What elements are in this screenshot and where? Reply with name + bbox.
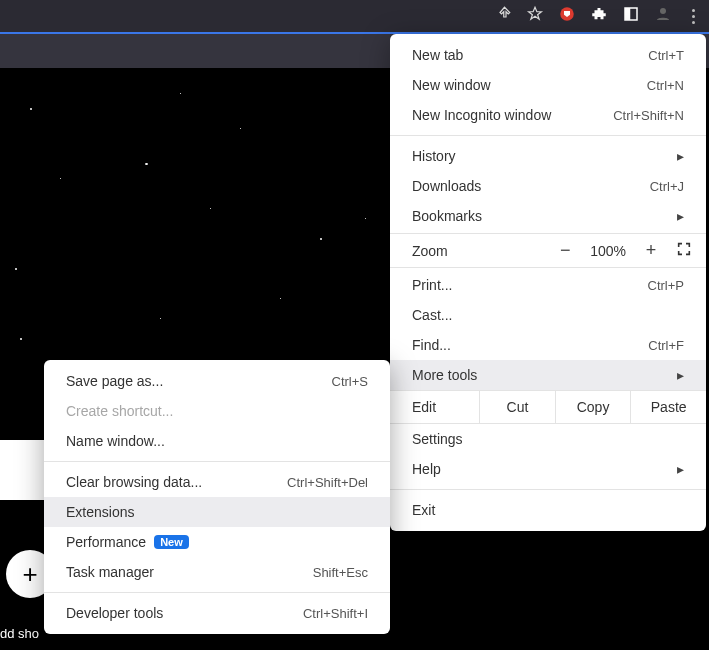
menu-history[interactable]: History▸ — [390, 141, 706, 171]
menu-help[interactable]: Help▸ — [390, 454, 706, 484]
content-panel-edge — [0, 440, 50, 500]
zoom-out-button[interactable]: − — [556, 240, 574, 261]
chevron-right-icon: ▸ — [677, 148, 684, 164]
menu-new-incognito[interactable]: New Incognito windowCtrl+Shift+N — [390, 100, 706, 130]
sidepanel-icon[interactable] — [622, 5, 640, 27]
separator — [44, 592, 390, 593]
separator — [390, 135, 706, 136]
zoom-value: 100% — [590, 243, 626, 259]
chrome-main-menu: New tabCtrl+T New windowCtrl+N New Incog… — [390, 34, 706, 531]
star-icon[interactable] — [526, 5, 544, 27]
menu-settings[interactable]: Settings — [390, 424, 706, 454]
menu-exit[interactable]: Exit — [390, 495, 706, 525]
menu-icon[interactable] — [686, 9, 701, 24]
edit-label: Edit — [390, 391, 479, 423]
submenu-performance[interactable]: PerformanceNew — [44, 527, 390, 557]
zoom-label: Zoom — [412, 243, 448, 259]
menu-zoom: Zoom − 100% + — [390, 233, 706, 268]
submenu-task-manager[interactable]: Task managerShift+Esc — [44, 557, 390, 587]
separator — [44, 461, 390, 462]
edit-paste[interactable]: Paste — [630, 391, 706, 423]
chevron-right-icon: ▸ — [677, 367, 684, 383]
submenu-clear-browsing[interactable]: Clear browsing data...Ctrl+Shift+Del — [44, 467, 390, 497]
edit-cut[interactable]: Cut — [479, 391, 555, 423]
zoom-in-button[interactable]: + — [642, 240, 660, 261]
more-tools-submenu: Save page as...Ctrl+S Create shortcut...… — [44, 360, 390, 634]
menu-edit-row: Edit Cut Copy Paste — [390, 390, 706, 424]
menu-bookmarks[interactable]: Bookmarks▸ — [390, 201, 706, 231]
chevron-right-icon: ▸ — [677, 461, 684, 477]
new-badge: New — [154, 535, 189, 549]
share-icon[interactable] — [494, 5, 512, 27]
menu-new-window[interactable]: New windowCtrl+N — [390, 70, 706, 100]
edit-copy[interactable]: Copy — [555, 391, 631, 423]
adblock-icon[interactable] — [558, 5, 576, 27]
svg-point-3 — [660, 8, 666, 14]
chevron-right-icon: ▸ — [677, 208, 684, 224]
menu-more-tools[interactable]: More tools▸ — [390, 360, 706, 390]
menu-print[interactable]: Print...Ctrl+P — [390, 270, 706, 300]
menu-cast[interactable]: Cast... — [390, 300, 706, 330]
submenu-create-shortcut: Create shortcut... — [44, 396, 390, 426]
profile-icon[interactable] — [654, 5, 672, 27]
menu-new-tab[interactable]: New tabCtrl+T — [390, 40, 706, 70]
svg-rect-2 — [625, 8, 630, 20]
submenu-name-window[interactable]: Name window... — [44, 426, 390, 456]
extensions-icon[interactable] — [590, 5, 608, 27]
add-shortcut-label: dd sho — [0, 626, 39, 641]
separator — [390, 489, 706, 490]
submenu-save-page[interactable]: Save page as...Ctrl+S — [44, 366, 390, 396]
menu-find[interactable]: Find...Ctrl+F — [390, 330, 706, 360]
menu-downloads[interactable]: DownloadsCtrl+J — [390, 171, 706, 201]
submenu-developer-tools[interactable]: Developer toolsCtrl+Shift+I — [44, 598, 390, 628]
fullscreen-icon[interactable] — [676, 241, 692, 260]
submenu-extensions[interactable]: Extensions — [44, 497, 390, 527]
browser-toolbar — [0, 0, 709, 34]
